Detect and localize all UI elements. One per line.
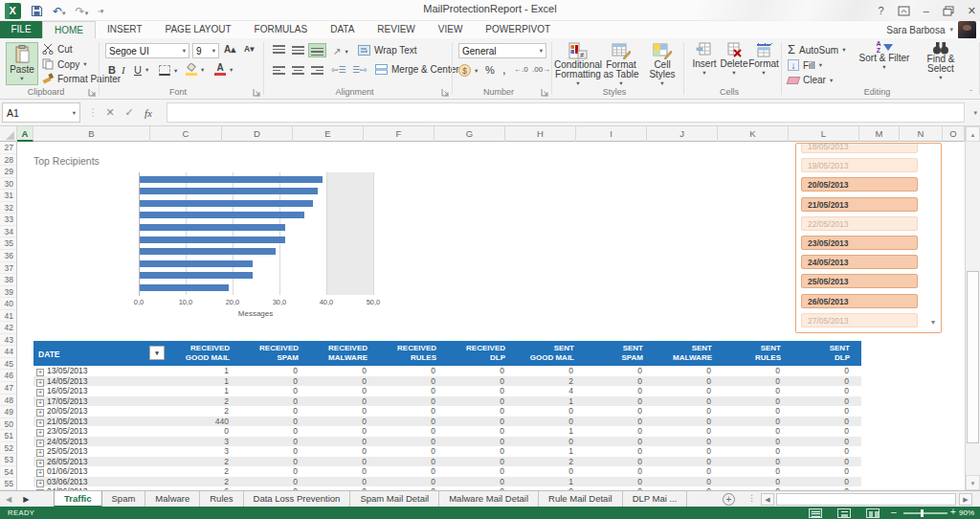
- scroll-down-icon[interactable]: ▾: [966, 475, 980, 490]
- table-cell-value[interactable]: 0: [792, 437, 861, 447]
- table-cell-value[interactable]: 2: [517, 457, 586, 467]
- table-cell-value[interactable]: 0: [379, 457, 448, 467]
- prev-sheet-icon[interactable]: ◀: [6, 495, 11, 504]
- bottom-align-button[interactable]: [308, 43, 326, 57]
- hscroll-left-icon[interactable]: ◀: [761, 493, 774, 506]
- table-cell-value[interactable]: 0: [448, 406, 517, 417]
- collapse-ribbon-icon[interactable]: ˆ: [969, 88, 972, 97]
- sheet-tab-traffic[interactable]: Traffic: [54, 491, 102, 508]
- row-header-47[interactable]: 47: [0, 382, 16, 395]
- table-cell-value[interactable]: 0: [792, 376, 861, 387]
- table-cell-value[interactable]: 0: [792, 366, 861, 376]
- column-header-I[interactable]: I: [576, 126, 647, 142]
- column-header-O[interactable]: O: [943, 126, 965, 142]
- table-cell-value[interactable]: 0: [724, 396, 792, 407]
- column-header-N[interactable]: N: [900, 126, 943, 142]
- table-cell-value[interactable]: 0: [310, 477, 379, 487]
- expand-formula-bar-icon[interactable]: ▾: [973, 109, 977, 117]
- table-cell-value[interactable]: 0: [517, 366, 586, 376]
- table-cell-value[interactable]: 0: [655, 426, 724, 437]
- middle-align-button[interactable]: [289, 43, 307, 57]
- table-cell-value[interactable]: 0: [655, 386, 724, 396]
- table-cell-value[interactable]: 0: [448, 366, 517, 376]
- next-sheet-icon[interactable]: ▶: [23, 495, 29, 504]
- fill-color-button[interactable]: ▾: [186, 63, 204, 76]
- table-cell-date[interactable]: +16/05/2013: [33, 386, 172, 396]
- table-cell-value[interactable]: 3: [172, 446, 241, 457]
- table-cell-value[interactable]: 0: [241, 466, 310, 477]
- table-cell-date[interactable]: +17/05/2013: [33, 396, 172, 407]
- minimize-button[interactable]: –: [924, 5, 929, 16]
- cell-styles-button[interactable]: Cell Styles▾: [643, 41, 681, 87]
- table-cell-value[interactable]: 0: [724, 386, 792, 396]
- slicer-item-23-05-2013[interactable]: 23/05/2013: [801, 236, 918, 250]
- ribbon-tab-data[interactable]: DATA: [319, 21, 366, 38]
- table-cell-value[interactable]: 0: [792, 406, 861, 417]
- column-header-L[interactable]: L: [789, 126, 859, 142]
- grow-font-button[interactable]: A▴: [224, 45, 235, 54]
- ribbon-tab-home[interactable]: HOME: [42, 21, 96, 38]
- ribbon-display-options-icon[interactable]: [898, 6, 910, 16]
- column-header-K[interactable]: K: [718, 126, 789, 142]
- insert-function-icon[interactable]: fx: [140, 102, 157, 123]
- comma-style-button[interactable]: ,: [502, 62, 506, 77]
- row-header-49[interactable]: 49: [0, 406, 16, 418]
- table-cell-value[interactable]: 1: [172, 366, 241, 376]
- table-cell-value[interactable]: 0: [655, 406, 724, 417]
- restore-button[interactable]: [943, 6, 954, 16]
- table-cell-value[interactable]: 4: [517, 386, 586, 396]
- slicer-item-21-05-2013[interactable]: 21/05/2013: [801, 197, 918, 212]
- table-cell-value[interactable]: 0: [379, 446, 448, 457]
- slicer-item-22-05-2013[interactable]: 22/05/2013: [801, 216, 918, 231]
- copy-button[interactable]: Copy▾: [42, 58, 87, 70]
- table-cell-value[interactable]: 0: [310, 466, 379, 477]
- format-as-table-button[interactable]: Format as Table▾: [600, 41, 642, 87]
- sheet-tab-spam-mail-detail[interactable]: Spam Mail Detail: [350, 491, 439, 508]
- table-cell-value[interactable]: 0: [792, 466, 861, 477]
- table-cell-value[interactable]: 0: [241, 477, 310, 487]
- find-select-button[interactable]: Find & Select▾: [914, 41, 968, 81]
- table-cell-value[interactable]: 0: [448, 376, 517, 387]
- table-cell-value[interactable]: 0: [724, 417, 792, 427]
- delete-cells-button[interactable]: Delete▾: [720, 41, 748, 77]
- autosum-button[interactable]: ΣAutoSum▾: [788, 44, 845, 56]
- table-cell-value[interactable]: 1: [517, 396, 586, 407]
- table-cell-value[interactable]: 0: [310, 426, 379, 437]
- table-cell-value[interactable]: 0: [655, 396, 724, 407]
- page-break-view-icon[interactable]: [866, 508, 880, 518]
- zoom-out-icon[interactable]: –: [891, 507, 897, 517]
- zoom-slider-thumb[interactable]: [921, 509, 924, 517]
- table-cell-value[interactable]: 2: [172, 396, 241, 407]
- table-cell-value[interactable]: 0: [379, 417, 448, 427]
- table-cell-value[interactable]: 0: [379, 437, 448, 447]
- table-cell-value[interactable]: 0: [586, 376, 655, 387]
- column-header-G[interactable]: G: [434, 126, 505, 142]
- font-color-button[interactable]: A ▾: [214, 63, 233, 76]
- column-header-H[interactable]: H: [505, 126, 576, 142]
- zoom-slider-track[interactable]: [903, 512, 947, 514]
- row-header-45[interactable]: 45: [0, 358, 16, 371]
- confirm-entry-icon[interactable]: ✓: [121, 102, 138, 123]
- slicer-scroll-down-icon[interactable]: ▾: [931, 318, 935, 327]
- sheet-tab-data-loss-prevention[interactable]: Data Loss Prevention: [244, 491, 351, 508]
- table-cell-value[interactable]: 3: [172, 437, 241, 447]
- ribbon-tab-page-layout[interactable]: PAGE LAYOUT: [154, 21, 243, 38]
- table-cell-value[interactable]: 0: [792, 426, 861, 437]
- account-avatar[interactable]: [958, 21, 976, 39]
- table-cell-value[interactable]: 0: [310, 366, 379, 376]
- row-header-50[interactable]: 50: [0, 418, 16, 431]
- table-header-received-rules[interactable]: RECEIVEDRULES: [379, 341, 448, 366]
- ribbon-tab-powerpivot[interactable]: POWERPIVOT: [474, 21, 562, 38]
- table-header-sent-rules[interactable]: SENTRULES: [724, 341, 792, 366]
- slicer-item-26-05-2013[interactable]: 26/05/2013: [801, 294, 918, 308]
- table-cell-value[interactable]: 0: [379, 386, 448, 396]
- table-cell-value[interactable]: 1: [172, 376, 241, 387]
- table-cell-value[interactable]: 0: [586, 406, 655, 417]
- increase-decimal-button[interactable]: ←.0: [514, 65, 528, 74]
- table-cell-value[interactable]: 0: [724, 406, 792, 417]
- table-cell-value[interactable]: 0: [379, 406, 448, 417]
- table-cell-value[interactable]: 2: [172, 466, 241, 477]
- table-cell-value[interactable]: 0: [379, 466, 448, 477]
- table-cell-value[interactable]: 0: [241, 396, 310, 407]
- table-header-received-good-mail[interactable]: RECEIVEDGOOD MAIL: [172, 341, 241, 366]
